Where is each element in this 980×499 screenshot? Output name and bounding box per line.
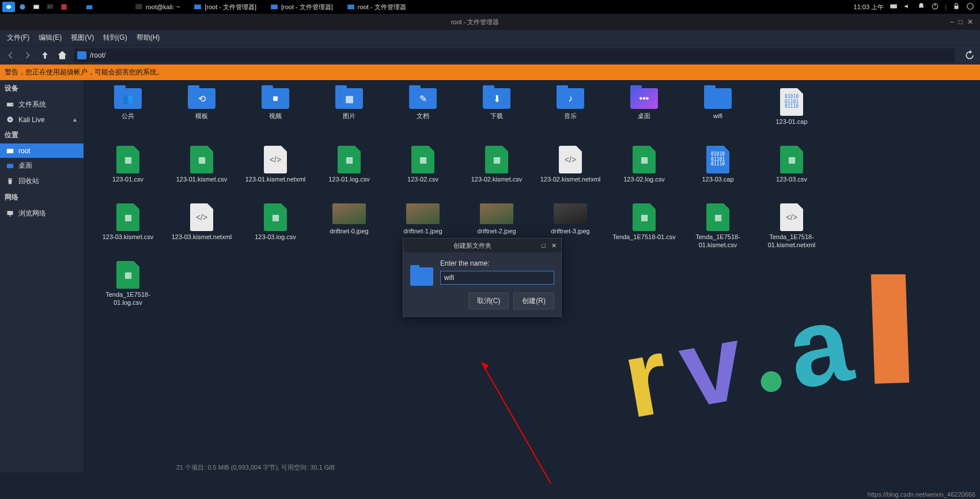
credit-link: https://blog.csdn.net/weixin_46220666 [868,491,975,498]
capture-file-icon: 010100110101110 [780,88,803,116]
launcher-browser-icon[interactable] [16,2,29,12]
sidebar-item-trash[interactable]: 回收站 [0,173,84,189]
file-view[interactable]: 👥公共⟲模板■视频▦图片✎文档⬇下载♪音乐•••桌面wifi0101001101… [84,80,980,472]
launcher-folder-icon[interactable] [83,2,96,12]
file-item[interactable]: ▦123-02.log.csv [610,145,679,198]
file-item[interactable]: ▦123-02.kismet.csv [462,145,531,198]
dialog-close-button[interactable]: ✕ [551,242,557,250]
menu-goto[interactable]: 转到(G) [100,31,130,45]
svg-rect-2 [47,4,54,9]
file-label: 123-01.kismet.netxml [245,176,306,184]
sidebar-item-network[interactable]: 浏览网络 [0,206,84,221]
reload-button[interactable] [964,50,975,61]
svg-rect-5 [135,4,142,9]
file-label: 123-03.cap [702,176,733,184]
task-terminal[interactable]: root@kali: ~ [130,2,184,13]
path-bar[interactable]: /root/ [74,48,955,62]
menu-file[interactable]: 文件(F) [3,31,33,45]
file-item[interactable]: ▦123-03.csv [757,145,826,198]
svg-text:r: r [623,313,678,436]
file-item[interactable]: ▦图片 [315,87,384,140]
svg-point-26 [759,369,784,394]
file-item[interactable]: </>123-02.kismet.netxml [536,145,605,198]
file-item[interactable]: ♪音乐 [536,87,605,140]
dialog-label: Enter the name: [440,259,554,267]
launcher-app-icon[interactable] [58,2,70,12]
power-icon[interactable] [931,2,939,12]
task-label: [root - 文件管理器] [205,3,256,12]
keyboard-icon[interactable] [890,2,898,12]
file-item[interactable]: ▦123-01.log.csv [315,145,384,198]
sidebar-item-kali-live[interactable]: Kali Live ▲ [0,112,84,127]
create-button[interactable]: 创建(R) [513,293,554,309]
file-item[interactable]: ✎文档 [388,87,457,140]
dialog-maximize-button[interactable]: □ [542,242,546,250]
file-label: Tenda_1E7518-01.csv [612,233,675,241]
file-item[interactable]: ⟲模板 [167,87,236,140]
file-item[interactable]: wifi [683,87,752,140]
launcher-terminal-icon[interactable] [44,2,56,12]
forward-button[interactable] [22,50,33,61]
sidebar-item-filesystem[interactable]: 文件系统 [0,97,84,112]
file-item[interactable]: 010100110101110123-01.cap [757,87,826,140]
file-item[interactable]: 👥公共 [93,87,162,140]
notification-icon[interactable] [917,2,925,12]
kali-menu-icon[interactable] [2,2,15,12]
svg-rect-9 [890,5,897,9]
spreadsheet-icon: ▦ [633,203,656,231]
menu-edit[interactable]: 编辑(E) [35,31,65,45]
desktop-icon [6,161,14,170]
file-item[interactable]: ▦123-01.csv [93,145,162,198]
task-file-manager-2[interactable]: [root - 文件管理器] [266,2,338,13]
file-label: 123-03.kismet.netxml [172,233,232,241]
file-item[interactable]: ▦Tenda_1E7518-01.log.csv [93,260,162,313]
warning-text: 警告，您正在使用超级帐户，可能会损害您的系统。 [5,67,164,77]
file-item[interactable]: driftnet-0.jpeg [315,202,384,255]
file-label: 音乐 [564,112,577,120]
xml-file-icon: </> [780,203,803,231]
maximize-button[interactable]: □ [959,18,963,26]
folder-icon [6,146,14,155]
sidebar-item-desktop[interactable]: 桌面 [0,158,84,173]
folder-icon: ■ [262,88,289,109]
cancel-button[interactable]: 取消(C) [468,293,509,309]
task-label: root@kali: ~ [146,3,180,10]
back-button[interactable] [5,50,16,61]
launcher-files-icon[interactable] [30,2,43,12]
file-item[interactable]: ⬇下载 [462,87,531,140]
file-item[interactable]: ▦Tenda_1E7518-01.kismet.csv [683,202,752,255]
file-item[interactable]: ▦123-03.kismet.csv [93,202,162,255]
svg-rect-17 [7,149,13,153]
file-label: wifi [713,112,722,120]
menu-help[interactable]: 帮助(H) [133,31,164,45]
file-item[interactable]: ▦Tenda_1E7518-01.csv [610,202,679,255]
file-item[interactable]: </>123-03.kismet.netxml [167,202,236,255]
close-button[interactable]: ✕ [967,18,973,26]
task-file-manager-3[interactable]: root - 文件管理器 [342,2,411,13]
file-item[interactable]: 010100110101110123-03.cap [683,145,752,198]
sidebar-label: 文件系统 [18,100,46,109]
clock: 11:03 上午 [854,3,884,12]
sidebar-item-root[interactable]: root [0,143,84,158]
folder-name-input[interactable] [440,271,554,285]
menu-view[interactable]: 视图(V) [67,31,97,45]
lock-icon[interactable] [952,2,960,12]
eject-icon[interactable]: ▲ [72,116,78,123]
file-item[interactable]: </>123-01.kismet.netxml [241,145,310,198]
home-button[interactable] [56,50,68,61]
file-item[interactable]: •••桌面 [610,87,679,140]
up-button[interactable] [39,50,51,61]
task-file-manager-1[interactable]: [root - 文件管理器] [189,2,261,13]
sidebar: 设备 文件系统 Kali Live ▲ 位置 root 桌面 回收站 网络 浏览… [0,80,84,472]
logout-icon[interactable] [966,2,974,12]
file-item[interactable]: ▦123-03.log.csv [241,202,310,255]
file-item[interactable]: ▦123-01.kismet.csv [167,145,236,198]
minimize-button[interactable]: – [950,18,954,26]
file-item[interactable]: </>Tenda_1E7518-01.kismet.netxml [757,202,826,255]
dialog-titlebar: 创建新文件夹 □ ✕ [403,239,561,252]
file-item[interactable]: ■视频 [241,87,310,140]
volume-icon[interactable] [903,2,911,12]
sidebar-label: 浏览网络 [18,209,46,218]
dialog-title: 创建新文件夹 [453,241,491,250]
file-item[interactable]: ▦123-02.csv [388,145,457,198]
